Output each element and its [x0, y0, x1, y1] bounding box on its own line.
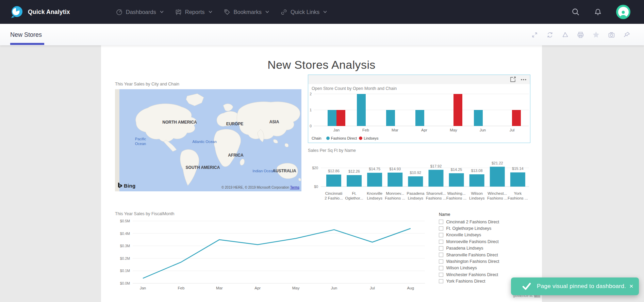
legend-dot-fashions-direct: [326, 137, 330, 140]
recycle-icon[interactable]: [562, 31, 569, 38]
visual-sales-by-fiscalmonth[interactable]: This Year Sales by FiscalMonth $0.5M$0.4…: [115, 210, 438, 294]
slicer-item[interactable]: Knoxville Lindseys: [439, 232, 534, 238]
svg-text:Atlantic Ocean: Atlantic Ocean: [192, 140, 217, 144]
svg-text:$0.3M: $0.3M: [120, 244, 130, 248]
report-icon: [175, 9, 182, 15]
svg-text:Mar: Mar: [392, 128, 398, 132]
favorite-star-icon[interactable]: [592, 31, 600, 38]
nav-item-dashboards[interactable]: Dashboards: [110, 0, 169, 24]
slicer-item-label[interactable]: Wilson Lindseys: [446, 266, 477, 270]
svg-text:Indian Ocean: Indian Ocean: [252, 169, 275, 173]
slicer-checkbox[interactable]: [439, 279, 443, 284]
toast-close-icon[interactable]: ✕: [629, 283, 633, 289]
notifications-bell-icon[interactable]: [594, 8, 602, 16]
svg-text:Winchest...: Winchest...: [488, 191, 507, 195]
svg-text:2 Fashio...: 2 Fashio...: [325, 196, 343, 200]
visual-title: Open Store Count by Open Month and Chain: [312, 86, 397, 91]
chevron-down-icon: [265, 11, 269, 13]
slicer-checkbox[interactable]: [439, 226, 443, 231]
svg-text:$20: $20: [312, 166, 318, 170]
visual-open-store-count[interactable]: Open Store Count by Open Month and Chain…: [308, 75, 530, 143]
slicer-item[interactable]: Monroeville Fashions Direct: [439, 238, 534, 245]
more-options-icon[interactable]: [521, 79, 527, 81]
svg-text:Jun: Jun: [480, 128, 486, 132]
expand-icon[interactable]: [531, 31, 538, 38]
svg-text:$21.22: $21.22: [492, 161, 503, 165]
visual-header: [308, 75, 530, 84]
slicer-checkbox[interactable]: [439, 266, 443, 270]
svg-text:AUSTRALIA: AUSTRALIA: [273, 169, 296, 173]
svg-text:Jan: Jan: [140, 286, 146, 290]
slicer-item[interactable]: Pasadena Lindseys: [439, 245, 534, 252]
slicer-checkbox[interactable]: [439, 246, 443, 251]
bing-map[interactable]: NORTH AMERICAEUROPEASIAAFRICASOUTH AMERI…: [115, 89, 301, 191]
legend-dot-lindseys: [359, 137, 362, 140]
svg-text:$14.25: $14.25: [451, 168, 462, 172]
svg-text:May: May: [292, 286, 300, 290]
slicer-checkbox[interactable]: [439, 220, 443, 224]
nav-item-quick-links[interactable]: Quick Links: [275, 0, 333, 24]
svg-text:$0.1M: $0.1M: [120, 269, 130, 273]
slicer-item-label[interactable]: York Fashions Direct: [446, 279, 485, 284]
slicer-checkbox[interactable]: [439, 253, 443, 257]
svg-text:Mar: Mar: [216, 286, 223, 290]
svg-text:Apr: Apr: [254, 286, 261, 290]
tab-new-stores[interactable]: New Stores: [10, 31, 42, 38]
search-icon[interactable]: [572, 8, 580, 16]
chevron-down-icon: [323, 11, 327, 13]
slicer-checkbox[interactable]: [439, 233, 443, 237]
link-icon: [281, 9, 287, 15]
slicer-item-label[interactable]: Sharonville Fashions Direct: [446, 253, 498, 257]
terms-link[interactable]: Terms: [290, 186, 299, 189]
user-avatar[interactable]: [616, 5, 630, 19]
slicer-item-label[interactable]: Pasadena Lindseys: [446, 246, 483, 251]
slicer-item[interactable]: Winchester Fashions Direct: [439, 271, 534, 278]
report-canvas: New Stores Analysis This Year Sales by C…: [0, 45, 644, 302]
visual-sales-per-sqft[interactable]: Sales Per Sq Ft by Name $20$0$12.86Cinci…: [308, 148, 530, 204]
slicer-checkbox[interactable]: [439, 240, 443, 244]
svg-text:$12.86: $12.86: [328, 169, 340, 173]
slicer-checkbox[interactable]: [439, 273, 443, 277]
svg-text:Wilson: Wilson: [471, 191, 483, 195]
svg-text:York: York: [514, 191, 522, 195]
svg-text:Knoxville: Knoxville: [367, 191, 382, 195]
svg-text:Jun: Jun: [331, 286, 337, 290]
report-page: New Stores Analysis This Year Sales by C…: [101, 45, 542, 302]
brand-name: Quick Analytix: [28, 9, 70, 16]
slicer-item[interactable]: Wilson Lindseys: [439, 265, 534, 271]
svg-text:SOUTH AMERICA: SOUTH AMERICA: [186, 165, 220, 170]
svg-text:AFRICA: AFRICA: [228, 153, 244, 158]
print-icon[interactable]: [577, 31, 584, 38]
refresh-icon[interactable]: [546, 31, 554, 38]
svg-text:$12.26: $12.26: [348, 169, 360, 173]
slicer-item[interactable]: Washington Fashions Direct: [439, 258, 534, 265]
nav-item-label: Quick Links: [291, 9, 319, 15]
slicer-item-label[interactable]: Ft. Oglethorpe Lindseys: [446, 226, 492, 231]
svg-text:$13.08: $13.08: [471, 169, 483, 173]
toast-message: Page visual pinned to dashboard.: [537, 283, 626, 290]
svg-text:Jul: Jul: [370, 286, 375, 290]
pin-icon[interactable]: [623, 31, 630, 38]
svg-text:Sharonvil...: Sharonvil...: [426, 191, 446, 195]
slicer-item[interactable]: Ft. Oglethorpe Lindseys: [439, 225, 534, 232]
nav-item-label: Reports: [185, 9, 205, 15]
legend-label: Fashions Direct: [331, 136, 357, 140]
focus-mode-icon[interactable]: [510, 77, 516, 82]
svg-text:Pasadena: Pasadena: [407, 191, 425, 195]
slicer-item-label[interactable]: Knoxville Lindseys: [446, 233, 481, 237]
chevron-down-icon: [209, 11, 212, 13]
slicer-item-label[interactable]: Washington Fashions Direct: [446, 259, 499, 264]
nav-item-reports[interactable]: Reports: [169, 0, 218, 24]
nav-item-bookmarks[interactable]: Bookmarks: [218, 0, 275, 24]
svg-text:Lindseys: Lindseys: [367, 196, 383, 200]
svg-text:$15.14: $15.14: [512, 166, 524, 171]
slicer-item-label[interactable]: Cincinnati 2 Fashions Direct: [446, 220, 499, 224]
svg-text:Monroev...: Monroev...: [386, 191, 404, 195]
slicer-checkbox[interactable]: [439, 259, 443, 264]
camera-icon[interactable]: [608, 31, 615, 38]
slicer-item[interactable]: Cincinnati 2 Fashions Direct: [439, 219, 534, 225]
visual-map-sales-by-city[interactable]: This Year Sales by City and Chain: [115, 82, 301, 191]
slicer-item-label[interactable]: Winchester Fashions Direct: [446, 272, 498, 277]
slicer-item[interactable]: Sharonville Fashions Direct: [439, 252, 534, 258]
slicer-item-label[interactable]: Monroeville Fashions Direct: [446, 239, 499, 244]
